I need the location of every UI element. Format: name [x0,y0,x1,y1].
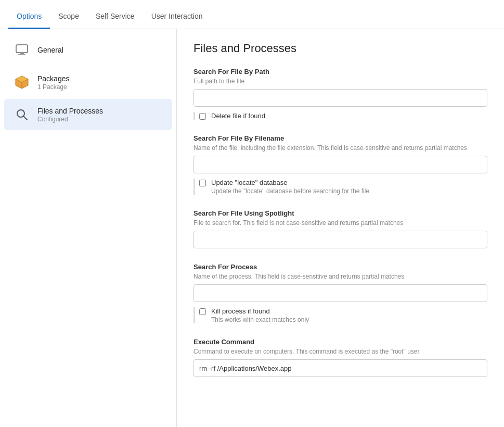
search-process-label: Search For Process [193,263,487,271]
search-process-group: Search For Process Name of the process. … [193,263,487,323]
execute-command-group: Execute Command Command to execute on co… [193,338,487,377]
search-process-hint: Name of the process. This field is case-… [193,273,487,280]
search-spotlight-input[interactable] [193,231,487,248]
tab-user-interaction[interactable]: User Interaction [143,12,211,29]
search-by-path-input[interactable] [193,89,487,107]
sidebar: General Packages 1 Package [0,29,177,427]
execute-command-label: Execute Command [193,338,487,346]
kill-process-checkbox[interactable] [199,308,206,315]
svg-line-9 [24,117,28,120]
search-by-path-label: Search For File By Path [193,68,487,76]
update-locate-checkbox[interactable] [199,180,206,186]
search-by-filename-hint: Name of the file, including the file ext… [193,144,487,152]
section-title: Files and Processes [193,42,487,55]
update-locate-label: Update "locate" database [211,179,369,186]
update-locate-hint: Update the "locate" database before sear… [211,187,369,195]
sidebar-files-label: Files and Processes [37,107,103,115]
search-by-path-group: Search For File By Path Full path to the… [193,68,487,120]
top-navigation: Options Scope Self Service User Interact… [0,0,504,29]
search-by-path-hint: Full path to the file [193,78,487,85]
sidebar-general-label: General [37,46,63,54]
search-by-filename-group: Search For File By Filename Name of the … [193,134,487,195]
sidebar-item-general[interactable]: General [4,34,172,66]
execute-command-hint: Command to execute on computers. This co… [193,348,487,355]
execute-command-input[interactable] [193,359,487,377]
sidebar-files-subtitle: Configured [37,116,103,123]
main-layout: General Packages 1 Package [0,29,504,427]
tab-options[interactable]: Options [8,12,50,29]
search-process-input[interactable] [193,284,487,302]
sidebar-packages-label: Packages [37,74,69,83]
search-spotlight-hint: File to search for. This field is not ca… [193,219,487,227]
sidebar-item-files-and-processes[interactable]: Files and Processes Configured [4,99,172,130]
search-spotlight-label: Search For File Using Spotlight [193,209,487,217]
delete-file-label: Delete file if found [211,112,265,120]
svg-rect-1 [20,53,24,54]
content-area: Files and Processes Search For File By P… [177,29,504,427]
search-spotlight-group: Search For File Using Spotlight File to … [193,209,487,248]
kill-process-label: Kill process if found [211,307,309,315]
tab-scope[interactable]: Scope [50,12,87,29]
tab-self-service[interactable]: Self Service [87,12,143,29]
search-icon [12,105,31,124]
sidebar-item-packages[interactable]: Packages 1 Package [4,67,172,98]
box-icon [12,73,31,92]
sidebar-packages-subtitle: 1 Package [37,83,69,91]
svg-rect-2 [18,54,25,55]
search-by-filename-input[interactable] [193,156,487,173]
delete-file-checkbox[interactable] [199,113,206,120]
search-by-filename-label: Search For File By Filename [193,134,487,142]
computer-icon [12,41,31,59]
svg-rect-0 [16,45,28,53]
kill-process-hint: This works with exact matches only [211,316,309,323]
